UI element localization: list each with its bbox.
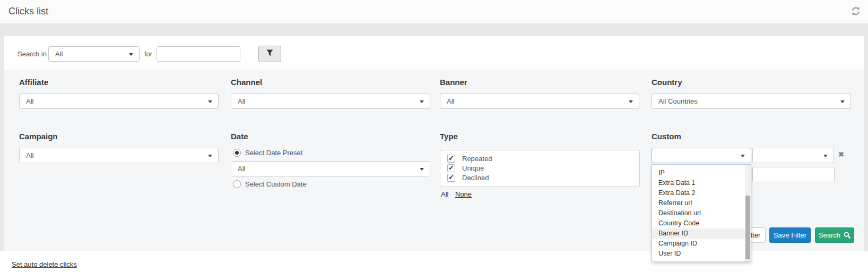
- magnifier-icon: [844, 232, 850, 239]
- campaign-value: All: [26, 151, 33, 159]
- affiliate-select[interactable]: All: [19, 94, 219, 109]
- date-custom-radio-label: Select Custom Date: [245, 180, 307, 188]
- funnel-icon: [266, 49, 274, 59]
- dropdown-option-banner-id[interactable]: Banner ID: [652, 229, 745, 239]
- dropdown-option-ip[interactable]: IP: [652, 168, 745, 178]
- dropdown-option-extra-data-2[interactable]: Extra Data 2: [652, 188, 745, 198]
- search-button-label: Search: [819, 231, 840, 239]
- campaign-label: Campaign: [19, 132, 58, 141]
- date-custom-radio[interactable]: [233, 180, 241, 188]
- unique-label: Unique: [462, 164, 484, 172]
- refresh-icon[interactable]: [851, 6, 862, 17]
- date-preset-radio[interactable]: [233, 149, 241, 157]
- dropdown-scrollbar: [745, 165, 751, 261]
- affiliate-label: Affiliate: [19, 78, 48, 87]
- search-scope-select[interactable]: All: [48, 46, 140, 62]
- type-select-all-link[interactable]: All: [441, 190, 448, 198]
- country-label: Country: [652, 78, 682, 87]
- search-scope-value: All: [55, 50, 63, 58]
- custom-field-dropdown: IP Extra Data 1 Extra Data 2 Referrer ur…: [652, 164, 751, 262]
- save-filter-button[interactable]: Save Filter: [769, 227, 811, 243]
- custom-remove-icon[interactable]: ✖: [838, 150, 844, 158]
- banner-label: Banner: [440, 78, 467, 87]
- dropdown-option-referrer-url[interactable]: Referrer url: [652, 198, 745, 208]
- declined-label: Declined: [462, 174, 489, 182]
- search-button[interactable]: Search: [815, 227, 854, 243]
- country-value: All Countries: [658, 97, 698, 105]
- search-in-label: Search in: [18, 50, 47, 58]
- unique-checkbox[interactable]: [447, 164, 455, 172]
- date-preset-value: All: [238, 165, 245, 173]
- custom-operator-select[interactable]: [752, 148, 834, 163]
- repeated-label: Repeated: [462, 155, 492, 163]
- type-options-box: Repeated Unique Declined: [440, 150, 640, 187]
- banner-value: All: [447, 97, 454, 105]
- dropdown-option-extra-data-1[interactable]: Extra Data 1: [652, 178, 745, 188]
- dropdown-option-destination-url[interactable]: Destination url: [652, 208, 745, 218]
- dropdown-option-campaign-id[interactable]: Campaign ID: [652, 239, 745, 249]
- type-select-none-link[interactable]: None: [455, 190, 472, 198]
- dropdown-option-user-id[interactable]: User ID: [652, 249, 745, 259]
- banner-select[interactable]: All: [440, 94, 639, 109]
- custom-field-select[interactable]: [652, 148, 751, 163]
- date-preset-radio-label: Select Date Preset: [245, 149, 302, 157]
- type-label: Type: [440, 132, 458, 141]
- repeated-checkbox[interactable]: [447, 155, 455, 163]
- date-label: Date: [231, 132, 248, 141]
- declined-checkbox[interactable]: [447, 174, 455, 182]
- page-header: Clicks list: [0, 0, 868, 23]
- dropdown-scrollbar-thumb[interactable]: [745, 196, 750, 259]
- save-filter-label: Save Filter: [774, 231, 806, 239]
- campaign-select[interactable]: All: [19, 148, 219, 163]
- search-query-input[interactable]: [157, 46, 240, 62]
- channel-label: Channel: [231, 78, 262, 87]
- custom-label: Custom: [652, 132, 681, 141]
- custom-value-input[interactable]: [752, 167, 835, 182]
- channel-select[interactable]: All: [231, 94, 430, 109]
- channel-value: All: [238, 97, 245, 105]
- set-auto-delete-clicks-link[interactable]: Set auto delete clicks: [12, 260, 77, 268]
- for-label: for: [144, 50, 152, 58]
- search-bar: Search in All for: [4, 36, 864, 70]
- dropdown-option-country-code[interactable]: Country Code: [652, 218, 745, 229]
- affiliate-value: All: [26, 97, 33, 105]
- date-preset-select[interactable]: All: [231, 161, 430, 176]
- country-select[interactable]: All Countries: [652, 94, 851, 109]
- filter-toggle-button[interactable]: [258, 46, 281, 62]
- page-title: Clicks list: [8, 6, 48, 17]
